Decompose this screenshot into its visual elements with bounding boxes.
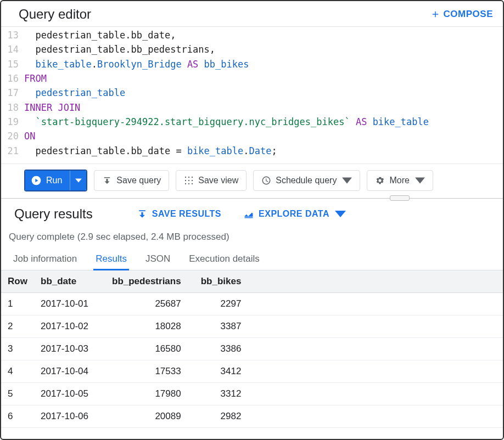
code-line: 15 bike_table.Brooklyn_Bridge AS bb_bike… xyxy=(1,57,503,71)
cell-bb-date: 2017-10-04 xyxy=(34,360,105,383)
col-spacer xyxy=(254,270,503,293)
cell-bb-date: 2017-10-05 xyxy=(34,383,105,405)
results-header: Query results SAVE RESULTS EXPLORE DATA xyxy=(1,199,503,228)
code-content: bike_table.Brooklyn_Bridge AS bb_bikes xyxy=(24,57,249,71)
explore-data-button[interactable]: EXPLORE DATA xyxy=(243,208,346,219)
clock-icon xyxy=(261,176,271,185)
table-header-row: Row bb_date bb_pedestrians bb_bikes xyxy=(1,270,503,293)
cell-row: 4 xyxy=(1,360,34,383)
cell-row: 5 xyxy=(1,383,34,405)
code-line: 19 `start-bigquery-294922.start_bigquery… xyxy=(1,115,503,129)
download-icon xyxy=(137,208,148,219)
grid-icon xyxy=(184,176,194,185)
code-line: 21 pedestrian_table.bb_date = bike_table… xyxy=(1,144,503,158)
cell-bb-pedestrians: 25687 xyxy=(105,293,194,315)
code-line: 13 pedestrian_table.bb_date, xyxy=(1,28,503,42)
cell-bb-bikes: 2982 xyxy=(194,405,255,428)
save-results-label: SAVE RESULTS xyxy=(152,209,221,219)
code-content: INNER JOIN xyxy=(24,100,80,115)
cell-row: 2 xyxy=(1,315,34,338)
cell-bb-date: 2017-10-02 xyxy=(34,315,105,338)
code-content: ON xyxy=(24,129,35,143)
tab-results[interactable]: Results xyxy=(93,249,129,270)
line-number: 18 xyxy=(1,100,24,115)
cell-spacer xyxy=(254,383,503,405)
col-bb-date: bb_date xyxy=(34,270,105,293)
save-query-label: Save query xyxy=(116,176,161,185)
cell-bb-pedestrians: 17980 xyxy=(105,383,194,405)
run-dropdown[interactable] xyxy=(70,171,86,190)
plus-icon xyxy=(430,9,440,19)
sql-editor[interactable]: 13 pedestrian_table.bb_date,14 pedestria… xyxy=(1,27,503,163)
play-icon xyxy=(31,175,42,186)
more-button[interactable]: More xyxy=(367,170,433,191)
table-row[interactable]: 32017-10-03165803386 xyxy=(1,338,503,360)
tab-job-information[interactable]: Job information xyxy=(11,249,79,270)
save-results-button[interactable]: SAVE RESULTS xyxy=(137,208,221,219)
cell-bb-pedestrians: 20089 xyxy=(105,405,194,428)
gear-icon xyxy=(375,176,385,185)
code-line: 16FROM xyxy=(1,71,503,86)
line-number: 16 xyxy=(1,71,24,86)
chart-icon xyxy=(243,208,254,219)
save-query-button[interactable]: Save query xyxy=(94,170,169,191)
line-number: 19 xyxy=(1,115,24,129)
line-number: 15 xyxy=(1,57,24,71)
schedule-query-button[interactable]: Schedule query xyxy=(253,170,360,191)
code-content: pedestrian_table xyxy=(24,86,125,100)
cell-spacer xyxy=(254,293,503,315)
table-row[interactable]: 12017-10-01256872297 xyxy=(1,293,503,315)
table-row[interactable]: 42017-10-04175333412 xyxy=(1,360,503,383)
code-content: FROM xyxy=(24,71,47,86)
query-toolbar: Run Save query Save view Schedule query … xyxy=(1,163,503,199)
tab-json[interactable]: JSON xyxy=(143,249,172,270)
more-label: More xyxy=(389,176,409,185)
page-title: Query editor xyxy=(19,7,91,22)
compose-label: COMPOSE xyxy=(444,9,493,20)
cell-bb-pedestrians: 17533 xyxy=(105,360,194,383)
cell-bb-bikes: 3386 xyxy=(194,338,255,360)
cell-bb-bikes: 3312 xyxy=(194,383,255,405)
code-content: pedestrian_table.bb_pedestrians, xyxy=(24,42,215,57)
save-view-button[interactable]: Save view xyxy=(176,170,247,191)
run-button-group: Run xyxy=(24,170,87,191)
cell-spacer xyxy=(254,315,503,338)
code-content: pedestrian_table.bb_date, xyxy=(24,28,176,42)
download-icon xyxy=(102,176,112,185)
cell-spacer xyxy=(254,338,503,360)
cell-row: 6 xyxy=(1,405,34,428)
save-view-label: Save view xyxy=(198,176,238,185)
line-number: 14 xyxy=(1,42,24,57)
cell-bb-date: 2017-10-06 xyxy=(34,405,105,428)
caret-down-icon xyxy=(75,177,82,184)
caret-down-icon xyxy=(342,176,352,185)
caret-down-icon xyxy=(415,176,425,185)
line-number: 17 xyxy=(1,86,24,100)
cell-spacer xyxy=(254,405,503,428)
cell-bb-date: 2017-10-01 xyxy=(34,293,105,315)
schedule-label: Schedule query xyxy=(276,176,337,185)
cell-bb-pedestrians: 16580 xyxy=(105,338,194,360)
table-row[interactable]: 52017-10-05179803312 xyxy=(1,383,503,405)
cell-bb-pedestrians: 18028 xyxy=(105,315,194,338)
code-line: 14 pedestrian_table.bb_pedestrians, xyxy=(1,42,503,57)
col-bb-bikes: bb_bikes xyxy=(194,270,255,293)
compose-button[interactable]: COMPOSE xyxy=(430,9,493,20)
table-row[interactable]: 22017-10-02180283387 xyxy=(1,315,503,338)
table-row[interactable]: 62017-10-06200892982 xyxy=(1,405,503,428)
results-title: Query results xyxy=(14,206,93,222)
code-line: 17 pedestrian_table xyxy=(1,86,503,100)
run-button[interactable]: Run xyxy=(25,171,70,190)
results-table: Row bb_date bb_pedestrians bb_bikes 1201… xyxy=(1,270,503,428)
code-content: `start-bigquery-294922.start_bigquery.ny… xyxy=(24,115,429,129)
code-content: pedestrian_table.bb_date = bike_table.Da… xyxy=(24,144,277,158)
cell-bb-bikes: 2297 xyxy=(194,293,255,315)
cell-bb-bikes: 3387 xyxy=(194,315,255,338)
tab-execution-details[interactable]: Execution details xyxy=(187,249,262,270)
cell-bb-date: 2017-10-03 xyxy=(34,338,105,360)
cell-spacer xyxy=(254,360,503,383)
resize-handle[interactable] xyxy=(390,195,410,201)
col-bb-pedestrians: bb_pedestrians xyxy=(105,270,194,293)
results-tabs: Job information Results JSON Execution d… xyxy=(1,249,503,270)
col-row: Row xyxy=(1,270,34,293)
